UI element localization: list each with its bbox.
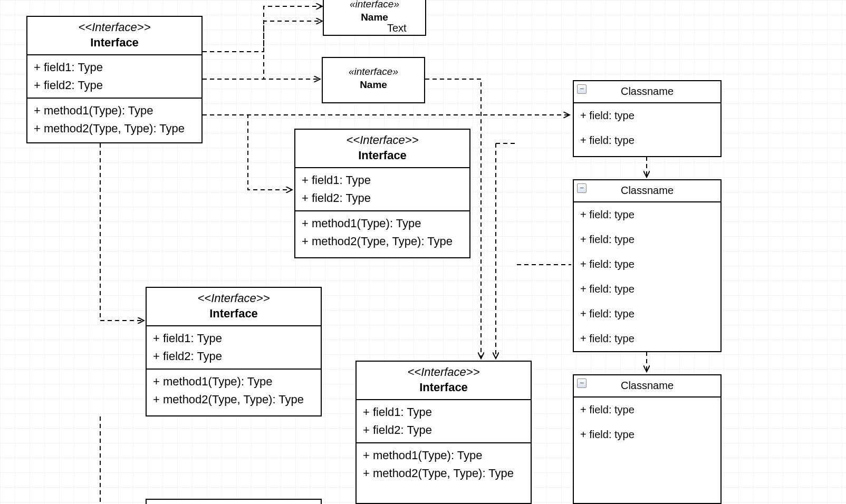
stereotype: «interface» <box>327 65 420 79</box>
class-box-2[interactable]: Classname + field: type + field: type + … <box>573 179 722 352</box>
interface-box-a[interactable]: <<Interface>> Interface + field1: Type +… <box>26 16 203 143</box>
fields-section: + field1: Type + field2: Type <box>295 167 469 210</box>
methods-section: + method1(Type): Type + method2(Type, Ty… <box>147 369 321 412</box>
methods-section: + method1(Type): Type + method2(Type, Ty… <box>27 98 201 141</box>
methods-section: + method1(Type): Type + method2(Type, Ty… <box>295 210 469 254</box>
interface-box-cut[interactable] <box>146 499 322 504</box>
interface-name: Interface <box>32 35 197 51</box>
interface-name: Name <box>327 79 420 92</box>
stereotype: «interface» <box>328 0 421 11</box>
fields-section: + field1: Type + field2: Type <box>27 54 201 98</box>
interface-name: Interface <box>361 380 526 395</box>
fields-section: + field: type + field: type <box>574 102 720 153</box>
interface-name: Interface <box>300 148 465 163</box>
interface-box-c[interactable]: <<Interface>> Interface + field1: Type +… <box>146 287 322 416</box>
diagram-canvas[interactable]: <<Interface>> Interface + field1: Type +… <box>0 0 846 504</box>
interface-name: Name <box>328 11 421 24</box>
fields-section: + field1: Type + field2: Type <box>147 325 321 369</box>
fields-section: + field1: Type + field2: Type <box>357 399 531 442</box>
interface-box-b[interactable]: <<Interface>> Interface + field1: Type +… <box>294 129 470 258</box>
stereotype: <<Interface>> <box>32 20 197 35</box>
class-box-1[interactable]: Classname + field: type + field: type <box>573 80 722 157</box>
collapse-icon[interactable] <box>577 183 587 193</box>
class-name: Classname <box>621 380 674 391</box>
interface-box-d[interactable]: <<Interface>> Interface + field1: Type +… <box>355 361 532 504</box>
collapse-icon[interactable] <box>577 379 587 388</box>
stereotype: <<Interface>> <box>361 365 526 380</box>
class-box-3[interactable]: Classname + field: type + field: type <box>573 374 722 504</box>
methods-section: + method1(Type): Type + method2(Type, Ty… <box>357 442 531 486</box>
interface-name: Interface <box>151 306 316 322</box>
fields-section: + field: type + field: type <box>574 396 720 447</box>
collapse-icon[interactable] <box>577 84 587 94</box>
mini-interface-0[interactable]: «interface» Name <box>323 0 426 36</box>
class-name: Classname <box>621 85 674 97</box>
fields-section: + field: type + field: type + field: typ… <box>574 201 720 351</box>
stereotype: <<Interface>> <box>300 133 465 148</box>
mini-interface-0-extra: Text <box>387 22 407 34</box>
stereotype: <<Interface>> <box>151 291 316 306</box>
class-name: Classname <box>621 185 674 196</box>
mini-interface-1[interactable]: «interface» Name <box>322 57 425 103</box>
